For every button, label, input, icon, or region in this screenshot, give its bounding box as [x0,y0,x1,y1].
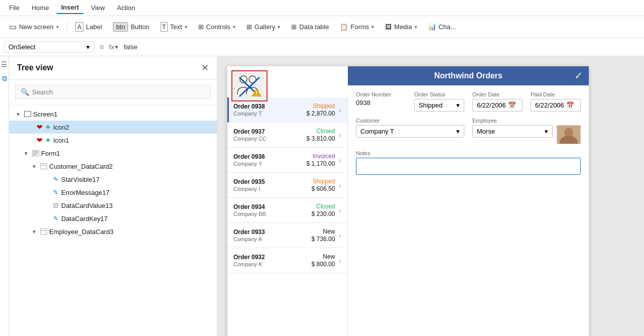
gallery-item-0936[interactable]: Order 0936 Company Y Invoiced $ 1,170.00… [227,148,347,173]
tree-item-datacardvalue13[interactable]: ⊡ DataCardValue13 [9,199,217,212]
chevron-0935-icon: › [339,181,341,189]
button-button[interactable]: btn Button [108,20,155,34]
form-header-check-icon[interactable]: ✓ [574,70,583,82]
company-0937-label: Company CC [233,136,307,142]
tree-item-errormessage17[interactable]: ✎ ErrorMessage17 [9,186,217,199]
customer-select[interactable]: Company T ▾ [356,125,464,138]
menu-file[interactable]: File [4,2,25,14]
tree-item-icon2[interactable]: ❤ ✚ Icon2 [9,121,217,134]
order-number-label: Order Number [356,91,406,97]
company-0932-label: Company K [233,261,312,267]
controls-button[interactable]: ⊞ Controls ▾ [193,21,240,33]
media-button[interactable]: 🖼 Media ▾ [380,21,422,33]
employee-photo [557,125,581,144]
menu-action[interactable]: Action [112,2,140,14]
controls-icon: ⊞ [198,23,204,31]
gallery-item-0933[interactable]: Order 0933 Company A New $ 736.00 › [227,223,347,248]
property-chevron-icon: ▾ [86,43,90,51]
paid-date-input[interactable]: 6/22/2006 📅 [531,99,581,111]
icon2-selected-control[interactable]: ! [231,70,268,101]
menu-insert[interactable]: Insert [56,2,84,14]
new-screen-chevron-icon: ▾ [56,24,59,30]
amount-0934: $ 230.00 [312,210,335,217]
employee-select[interactable]: Morse ▾ [472,125,553,138]
search-icon: 🔍 [21,88,29,96]
menu-home[interactable]: Home [27,2,54,14]
gallery-item-0937[interactable]: Order 0937 Company CC Closed $ 3,810.00 … [227,123,347,148]
label-button[interactable]: A Label [70,20,107,34]
chevron-0937-icon: › [339,131,341,139]
charts-button[interactable]: 📊 Cha... [423,21,461,33]
order-0934-label: Order 0934 [233,203,312,210]
media-chevron-icon: ▾ [415,24,417,30]
formula-equals: = [97,43,106,52]
gallery-item-0934[interactable]: Order 0934 Company BB Closed $ 230.00 › [227,198,347,223]
datacardvalue13-icon: ⊡ [51,201,60,210]
formula-fx-button[interactable]: fx ▾ [109,43,118,51]
left-nav: ☰ ⧉ [0,56,9,336]
tree-toggle-screen1[interactable]: ▼ [14,111,22,117]
paid-date-calendar-icon: 📅 [566,101,576,109]
layers-icon[interactable]: ⧉ [2,74,7,83]
order-date-field: Order Date 6/22/2006 📅 [472,91,523,111]
gallery-item-0935[interactable]: Order 0935 Company I Shipped $ 606.50 › [227,173,347,198]
forms-button[interactable]: 📋 Forms ▾ [335,21,379,33]
search-input[interactable] [32,88,205,96]
menu-view[interactable]: View [86,2,110,14]
toolbar: ▭ New screen ▾ A Label btn Button T Text… [0,16,644,38]
order-date-input[interactable]: 6/22/2006 📅 [472,99,523,111]
form-row-3: Notes [356,150,581,175]
new-screen-button[interactable]: ▭ New screen ▾ [4,20,64,34]
employee-row: Morse ▾ [472,125,581,144]
tree-item-customer-datacard2[interactable]: ▼ Customer_DataCard2 [9,160,217,173]
text-button[interactable]: T Text ▾ [156,20,192,34]
text-chevron-icon: ▾ [185,24,187,30]
amount-0937: $ 3,810.00 [307,135,335,142]
toolbar-sep-1 [67,21,67,33]
button-icon: btn [113,22,128,32]
hamburger-icon[interactable]: ☰ [1,60,8,68]
sidebar-close-button[interactable]: ✕ [201,62,209,73]
order-0936-label: Order 0936 [233,153,307,160]
canvas-area[interactable]: ! Order 0938 Company T Shipped $ 2,870.0… [217,56,644,336]
order-status-select[interactable]: Shipped ▾ [414,99,464,111]
sidebar-search-area: 🔍 [9,80,217,104]
chevron-0932-icon: › [339,257,341,265]
tree-view: ▼ Screen1 ❤ ✚ Icon2 ❤ ✚ Icon1 [9,104,217,336]
order-0938-label: Order 0938 [233,103,307,110]
tree-toggle-employee-datacard[interactable]: ▼ [30,229,38,235]
data-table-button[interactable]: ⊞ Data table [286,21,334,33]
company-0934-label: Company BB [233,211,312,217]
formula-bar: OnSelect ▾ = fx ▾ [0,38,644,56]
gallery-button[interactable]: ⊞ Gallery ▾ [241,21,285,33]
tree-toggle-customer-datacard[interactable]: ▼ [30,164,38,169]
formula-input[interactable] [121,42,640,52]
forms-chevron-icon: ▾ [371,24,374,30]
controls-chevron-icon: ▾ [233,24,235,30]
order-number-value: 0938 [356,99,406,106]
tree-label-customer-datacard: Customer_DataCard2 [49,163,213,170]
notes-input[interactable] [356,158,581,175]
status-0935: Shipped [312,178,335,185]
order-0937-label: Order 0937 [233,128,307,135]
order-0933-label: Order 0933 [233,229,312,236]
gallery-item-0932[interactable]: Order 0932 Company K New $ 800.00 › [227,248,347,273]
tree-label-icon2: Icon2 [53,124,213,131]
label-icon: A [75,22,84,32]
tree-item-starvisible17[interactable]: ✎ StarVisible17 [9,173,217,186]
tree-item-employee-datacard3[interactable]: ▼ Employee_DataCard3 [9,225,217,238]
tree-label-datacardkey17: DataCardKey17 [61,215,213,222]
sidebar-title: Tree view [17,63,53,72]
order-status-field: Order Status Shipped ▾ [414,91,464,111]
sidebar: Tree view ✕ 🔍 ▼ Screen1 ❤ ✚ I [9,56,217,336]
charts-icon: 📊 [428,23,436,31]
tree-item-screen1[interactable]: ▼ Screen1 [9,107,217,121]
tree-toggle-form1[interactable]: ▼ [22,151,30,156]
amount-0936: $ 1,170.00 [307,160,335,167]
property-select[interactable]: OnSelect ▾ [4,41,94,53]
status-0938: Shipped [307,102,335,109]
tree-item-form1[interactable]: ▼ Form1 [9,147,217,160]
amount-0935: $ 606.50 [312,185,335,192]
tree-item-icon1[interactable]: ❤ ✚ Icon1 [9,134,217,147]
tree-item-datacardkey17[interactable]: ✎ DataCardKey17 [9,212,217,225]
